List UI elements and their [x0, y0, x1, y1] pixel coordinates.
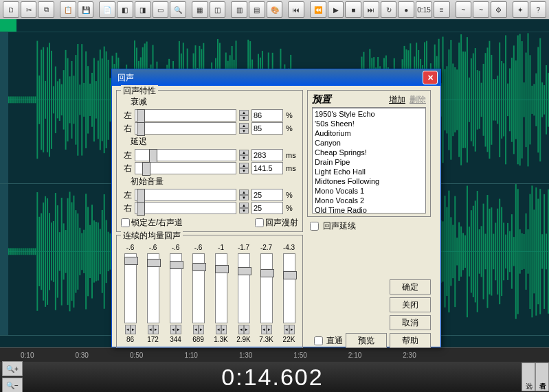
preset-item[interactable]: Light Echo Hall: [313, 167, 425, 176]
delay-left-slider[interactable]: [135, 149, 236, 161]
delay-left-spinner[interactable]: ▲▼: [239, 150, 249, 161]
eq-spinner-1.3K[interactable]: ◂▸: [216, 325, 227, 334]
rec-button[interactable]: ●: [398, 1, 414, 18]
svg-rect-520: [517, 189, 519, 314]
eq-slider-344[interactable]: [170, 253, 182, 323]
play-button[interactable]: ▶: [328, 1, 344, 18]
freq-button[interactable]: ≡: [434, 1, 450, 18]
marker-button[interactable]: ▭: [153, 1, 169, 18]
skip-left-button[interactable]: ⏮: [288, 1, 304, 18]
zoom-out-h-button[interactable]: 🔍−: [2, 378, 23, 392]
decay-left-spinner[interactable]: ▲▼: [239, 110, 249, 121]
echo-diffuse-checkbox[interactable]: 回声漫射: [255, 217, 298, 229]
preset-add-button[interactable]: 增加: [389, 94, 405, 106]
delay-right-slider[interactable]: [135, 162, 236, 174]
stop-button[interactable]: ■: [345, 1, 361, 18]
file-new-button[interactable]: 🗋: [3, 1, 19, 18]
preset-item[interactable]: Canyon: [313, 138, 425, 148]
skip-end-button[interactable]: ⏭: [363, 1, 379, 18]
lock-channels-checkbox[interactable]: 锁定左/右声道: [121, 217, 183, 229]
direct-checkbox[interactable]: 直通: [311, 334, 343, 347]
initvol-left-spinner[interactable]: ▲▼: [239, 189, 249, 200]
eq-spinner-689[interactable]: ◂▸: [193, 325, 204, 334]
cancel-button[interactable]: 取消: [390, 315, 431, 330]
preset-item[interactable]: Midtones Following: [313, 176, 425, 186]
delay-right-value[interactable]: 141.5: [251, 162, 283, 174]
paste-button[interactable]: 📋: [60, 1, 76, 18]
eq-slider-22K[interactable]: [283, 253, 295, 323]
svg-rect-313: [98, 222, 99, 280]
eq-slider-86[interactable]: [124, 253, 137, 323]
palette-button[interactable]: 🎨: [267, 1, 283, 18]
initvol-left-value[interactable]: 25: [251, 189, 283, 201]
time-015-button[interactable]: 0:15: [416, 1, 432, 18]
preset-item[interactable]: '50s Sheen!: [313, 119, 425, 128]
preview-button[interactable]: 预览: [346, 333, 387, 348]
decay-right-spinner[interactable]: ▲▼: [239, 123, 249, 134]
ok-button[interactable]: 确定: [390, 279, 431, 295]
echo-continue-checkbox[interactable]: 回声延续: [307, 220, 431, 233]
eq-spinner-7.3K[interactable]: ◂▸: [261, 325, 272, 334]
help-button[interactable]: 帮助: [390, 333, 431, 348]
preset-delete-button[interactable]: 删除: [410, 94, 426, 106]
page-button[interactable]: 📄: [99, 1, 115, 18]
decay-right-value[interactable]: 85: [251, 122, 283, 135]
insert-right-button[interactable]: ◨: [135, 1, 151, 18]
initvol-right-value[interactable]: 25: [251, 202, 283, 214]
loop-button[interactable]: ↻: [381, 1, 397, 18]
wave-r-button[interactable]: ~: [473, 1, 489, 18]
eq-slider-172[interactable]: [147, 253, 159, 323]
copy-button[interactable]: ⧉: [38, 1, 54, 18]
overview-strip[interactable]: [0, 19, 549, 32]
decay-left-value[interactable]: 86: [251, 109, 283, 122]
zoom-in-h-button[interactable]: 🔍+: [2, 361, 23, 376]
initvol-left-slider[interactable]: [135, 189, 236, 201]
dialog-titlebar[interactable]: 回声 ✕: [112, 69, 440, 86]
preset-item[interactable]: 1950's Style Echo: [313, 109, 425, 119]
eq-spinner-86[interactable]: ◂▸: [125, 325, 136, 334]
decay-left-slider[interactable]: [135, 109, 236, 122]
eq-slider-7.3K[interactable]: [260, 253, 273, 323]
echo-properties-label: 回声特性: [121, 85, 158, 97]
side-view-button[interactable]: 查看: [535, 362, 549, 391]
help-button[interactable]: ?: [530, 1, 546, 18]
eq-slider-1.3K[interactable]: [215, 253, 227, 323]
sel-all-button[interactable]: ▦: [192, 1, 208, 18]
ruler-mark: 1:30: [239, 351, 252, 359]
view-left-button[interactable]: ◫: [210, 1, 226, 18]
close-button[interactable]: 关闭: [390, 297, 431, 312]
eq-slider-2.9K[interactable]: [238, 253, 250, 323]
preset-item[interactable]: Drain Pipe: [313, 157, 425, 167]
view-mid-button[interactable]: ▥: [231, 1, 247, 18]
insert-left-button[interactable]: ◧: [117, 1, 133, 18]
svg-rect-517: [511, 214, 513, 289]
delay-left-value[interactable]: 283: [251, 149, 283, 161]
preset-item[interactable]: Mono Vocals 2: [313, 196, 425, 205]
decay-right-slider[interactable]: [135, 122, 236, 135]
close-icon[interactable]: ✕: [423, 71, 438, 84]
cut-button[interactable]: ✂: [21, 1, 37, 18]
view-right-button[interactable]: ▤: [249, 1, 265, 18]
preset-list[interactable]: 1950's Style Echo'50s Sheen!AuditoriumCa…: [312, 108, 426, 214]
overview-selection[interactable]: [0, 19, 16, 32]
save-button[interactable]: 💾: [78, 1, 94, 18]
eq-spinner-22K[interactable]: ◂▸: [284, 325, 295, 334]
zoom-sel-button[interactable]: 🔍: [170, 1, 186, 18]
preset-item[interactable]: Old Time Radio: [313, 205, 425, 214]
side-select-button[interactable]: 选: [522, 362, 535, 391]
eq-slider-689[interactable]: [192, 253, 205, 323]
skip-start-button[interactable]: ⏪: [310, 1, 326, 18]
initvol-right-spinner[interactable]: ▲▼: [239, 203, 249, 214]
fx-button[interactable]: ✦: [513, 1, 529, 18]
delay-right-spinner[interactable]: ▲▼: [239, 163, 249, 174]
initvol-right-slider[interactable]: [135, 202, 236, 214]
eq-spinner-344[interactable]: ◂▸: [170, 325, 181, 334]
preset-item[interactable]: Mono Vocals 1: [313, 186, 425, 196]
preset-item[interactable]: Cheap Springs!: [313, 148, 425, 157]
svg-rect-301: [73, 196, 74, 308]
settings-button[interactable]: ⚙: [491, 1, 507, 18]
eq-spinner-2.9K[interactable]: ◂▸: [238, 325, 249, 334]
preset-item[interactable]: Auditorium: [313, 128, 425, 138]
eq-spinner-172[interactable]: ◂▸: [148, 325, 159, 334]
wave-l-button[interactable]: ~: [456, 1, 472, 18]
